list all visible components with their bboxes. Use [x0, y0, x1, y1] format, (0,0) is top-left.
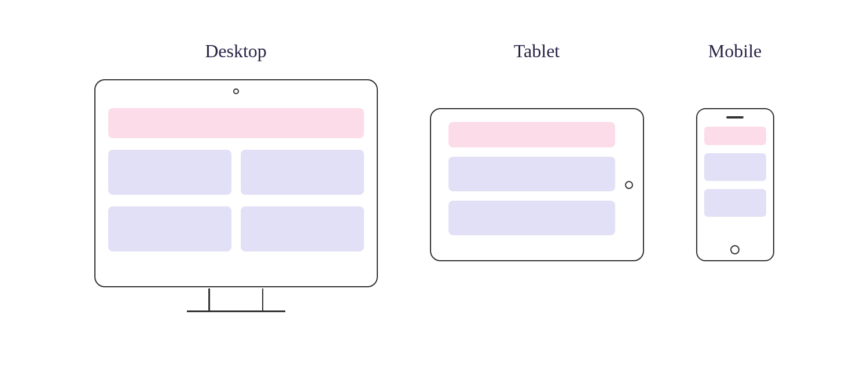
tablet-screen-content	[448, 122, 615, 247]
desktop-content-block	[108, 150, 231, 195]
mobile-group: Mobile	[696, 40, 774, 261]
mobile-content-block	[704, 153, 766, 181]
desktop-content-row-2	[108, 206, 364, 251]
desktop-content-block	[241, 150, 364, 195]
mobile-content-block	[704, 189, 766, 217]
tablet-content-block	[448, 157, 615, 191]
desktop-screen-content	[108, 108, 364, 251]
tablet-group: Tablet	[430, 40, 644, 261]
desktop-content-block	[108, 206, 231, 251]
desktop-stand-legs	[208, 288, 263, 310]
home-button-icon	[625, 181, 633, 189]
mobile-label: Mobile	[708, 40, 762, 62]
speaker-icon	[726, 116, 744, 119]
desktop-stand-leg	[208, 288, 210, 310]
desktop-stand	[187, 287, 285, 312]
mobile-screen-content	[704, 127, 766, 217]
desktop-stand-leg	[262, 288, 264, 310]
desktop-content-block	[241, 206, 364, 251]
tablet-device	[430, 108, 644, 261]
desktop-header-block	[108, 108, 364, 138]
tablet-label: Tablet	[514, 40, 560, 62]
desktop-label: Desktop	[205, 40, 267, 62]
desktop-device	[94, 79, 378, 312]
tablet-header-block	[448, 122, 615, 147]
devices-diagram: Desktop	[0, 0, 868, 312]
desktop-content-row-1	[108, 150, 364, 195]
mobile-header-block	[704, 127, 766, 145]
desktop-group: Desktop	[94, 40, 378, 312]
home-button-icon	[730, 245, 740, 254]
desktop-monitor	[94, 79, 378, 287]
camera-icon	[233, 88, 239, 94]
tablet-content-block	[448, 201, 615, 235]
mobile-device	[696, 108, 774, 261]
desktop-stand-base	[187, 310, 285, 312]
